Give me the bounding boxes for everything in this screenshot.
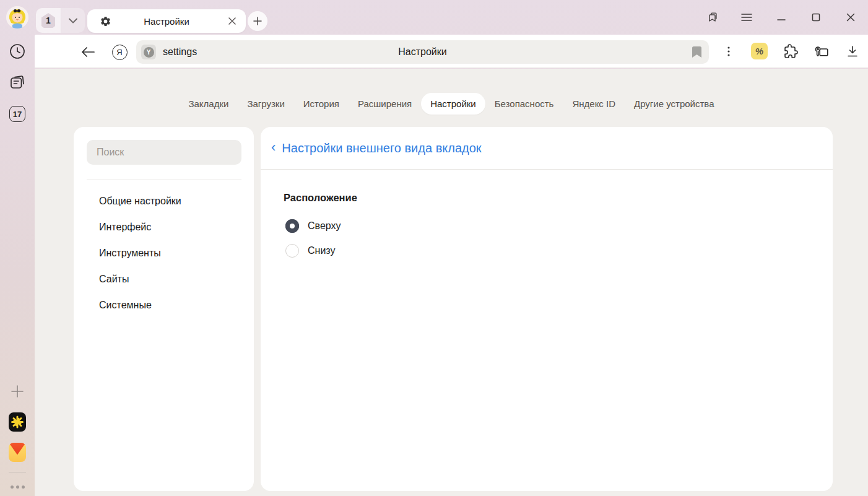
close-window-icon[interactable] [842, 7, 859, 27]
back-arrow-icon[interactable] [80, 44, 96, 60]
tab-counter-button[interactable]: 1 [36, 8, 61, 33]
nav-tab-security[interactable]: Безопасность [485, 93, 563, 115]
nav-tab-history[interactable]: История [294, 93, 349, 115]
header-divider [261, 169, 833, 170]
settings-main-panel: ‹ Настройки внешнего вида вкладок Распол… [261, 127, 833, 491]
tab-strip: 1 Настройки [0, 0, 868, 35]
tab-close-icon[interactable] [225, 14, 240, 28]
feed-notes-icon[interactable] [9, 74, 26, 91]
address-bar[interactable]: Y settings Настройки [136, 40, 709, 64]
radio-bottom-icon[interactable] [285, 244, 299, 258]
mail-app-icon[interactable] [9, 443, 26, 461]
radio-option-bottom[interactable]: Снизу [285, 238, 341, 263]
sidebar-sections-list: Общие настройки Интерфейс Инструменты Са… [74, 188, 254, 318]
bookmark-filled-icon[interactable] [690, 45, 703, 59]
section-header-title: Настройки внешнего вида вкладок [282, 141, 481, 155]
nav-tab-bookmarks[interactable]: Закладки [179, 93, 238, 115]
sidebar-item-tools[interactable]: Инструменты [74, 240, 254, 266]
rail-divider [9, 472, 26, 472]
site-shield-icon[interactable]: Y [141, 45, 156, 59]
subsection-title: Расположение [284, 192, 357, 204]
menu-hamburger-icon[interactable] [738, 7, 755, 27]
tab-counter-shield: 1 [41, 13, 56, 28]
browser-toolbar: Я Y settings Настройки % [35, 35, 868, 68]
promo-percent-icon[interactable]: % [751, 43, 768, 59]
nav-tab-yandex-id[interactable]: Яндекс ID [563, 93, 625, 115]
history-clock-icon[interactable] [9, 43, 26, 60]
avatar-illustration [6, 6, 28, 28]
search-input[interactable] [87, 140, 241, 165]
settings-nav-tabs: Закладки Загрузки История Расширения Нас… [35, 92, 868, 115]
toolbar-right-icons: % [720, 43, 861, 59]
sidebar-item-sites[interactable]: Сайты [74, 266, 254, 292]
sidebar-item-interface[interactable]: Интерфейс [74, 214, 254, 240]
back-chevron-icon: ‹ [271, 141, 276, 154]
nav-tab-settings[interactable]: Настройки [421, 93, 485, 115]
nav-tab-downloads[interactable]: Загрузки [238, 93, 293, 115]
nav-tab-other-devices[interactable]: Другие устройства [625, 93, 723, 115]
kebab-menu-icon[interactable] [720, 43, 737, 59]
downloads-icon[interactable] [844, 43, 861, 59]
sidebar-divider [87, 180, 241, 180]
nav-tab-extensions[interactable]: Расширения [349, 93, 421, 115]
yandex-app-icon[interactable] [9, 413, 26, 430]
left-sidebar-rail: 17 [0, 35, 35, 496]
tab-position-radio-group: Сверху Снизу [285, 214, 341, 263]
calendar-date-icon[interactable]: 17 [9, 105, 26, 123]
bookmarks-panel-icon[interactable] [703, 7, 721, 27]
password-manager-icon[interactable] [813, 43, 830, 59]
radio-option-top[interactable]: Сверху [285, 214, 341, 238]
yandex-home-icon[interactable]: Я [111, 44, 128, 60]
yandex-logo-letter: Я [112, 45, 128, 60]
tab-title: Настройки [87, 16, 246, 27]
sidebar-item-general[interactable]: Общие настройки [74, 188, 254, 214]
radio-top-icon[interactable] [285, 219, 299, 233]
add-panel-plus-icon[interactable] [9, 383, 26, 400]
window-controls [703, 5, 862, 30]
more-dots-icon[interactable] [9, 478, 26, 495]
url-text: settings [163, 46, 197, 58]
user-avatar[interactable] [6, 6, 28, 28]
tabs-chevron-down-icon[interactable] [61, 8, 85, 33]
browser-tab-settings[interactable]: Настройки [87, 9, 246, 33]
settings-sidebar-panel: Общие настройки Интерфейс Инструменты Са… [74, 127, 254, 491]
extensions-puzzle-icon[interactable] [782, 43, 799, 59]
minimize-icon[interactable] [773, 7, 790, 27]
sidebar-item-system[interactable]: Системные [74, 292, 254, 318]
omnibox-page-title: Настройки [136, 46, 709, 58]
maximize-icon[interactable] [807, 7, 825, 27]
section-back-header[interactable]: ‹ Настройки внешнего вида вкладок [261, 127, 833, 169]
new-tab-plus-icon[interactable] [248, 11, 267, 31]
